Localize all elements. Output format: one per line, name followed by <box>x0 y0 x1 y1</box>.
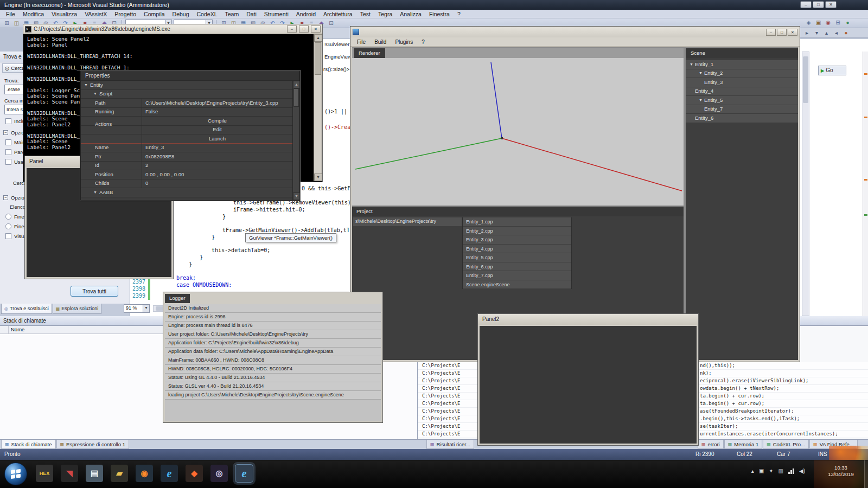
property-row[interactable]: ▼ Running False <box>81 108 292 117</box>
scene-tree-row[interactable]: ▼ Entity_7 <box>686 105 798 114</box>
menu-item[interactable]: Plugins <box>391 39 417 45</box>
toolbar-icon[interactable]: ⊞ <box>3 20 11 27</box>
taskbar-app-icon[interactable]: e <box>235 465 253 482</box>
menu-item[interactable]: Android <box>292 11 320 17</box>
project-file-row[interactable]: Entity_5.cpp <box>463 253 571 262</box>
tab-renderer[interactable]: Renderer <box>354 48 385 58</box>
properties-scrollbar[interactable]: ▲ ▼ <box>292 81 299 200</box>
toolbar-icon[interactable]: ⊞ <box>834 19 842 27</box>
marker-tick[interactable] <box>864 73 867 75</box>
project-file-row[interactable]: Entity_1.cpp <box>463 217 571 227</box>
bottom-tab[interactable]: ▦CodeXL Pro... <box>763 440 809 449</box>
tab-solution-explorer[interactable]: ▦Esplora soluzioni <box>53 304 102 314</box>
project-file-row[interactable]: Entity_3.cpp <box>463 235 571 245</box>
editor-zoom-dropdown[interactable]: 91 %▼ <box>124 304 150 313</box>
name-column-header[interactable]: Nome <box>9 326 24 333</box>
property-row[interactable]: ▼ AABB <box>81 188 292 197</box>
project-file-row[interactable]: Entity_4.cpp <box>463 245 571 254</box>
toolbar-icon[interactable]: ▴ <box>822 29 831 37</box>
menu-item[interactable]: Dati <box>242 11 260 17</box>
tab-find-replace[interactable]: ◎Trova e sostituisci <box>1 304 52 314</box>
menu-item[interactable]: Debug <box>169 11 193 17</box>
menu-item[interactable]: Team <box>221 11 242 17</box>
close-button[interactable]: ✕ <box>825 1 837 8</box>
tray-app-icon[interactable]: ▣ <box>759 468 764 474</box>
expander-icon[interactable]: ▼ <box>93 89 97 98</box>
toolbar-icon[interactable]: ▾ <box>813 29 821 37</box>
renderer-viewport[interactable] <box>352 58 684 206</box>
scene-tree-row[interactable]: ▼ Entity_6 <box>686 114 798 123</box>
project-panel-header[interactable]: Project <box>352 207 684 216</box>
menu-item[interactable]: Modifica <box>19 11 48 17</box>
chevron-down-icon[interactable]: ▼ <box>143 305 149 312</box>
minimize-button[interactable]: – <box>800 1 812 8</box>
taskbar-app-icon[interactable]: ◥ <box>61 465 78 482</box>
scroll-up-icon[interactable]: ▲ <box>314 34 322 42</box>
checkbox-icon[interactable] <box>5 118 11 124</box>
marker-tick[interactable] <box>864 214 867 216</box>
menu-item[interactable]: Analizza <box>396 11 425 17</box>
property-row[interactable]: ▼ Name Entity_3 <box>81 144 292 153</box>
expander-icon[interactable]: ▼ <box>699 69 704 78</box>
scroll-up-icon[interactable]: ▲ <box>293 81 300 88</box>
toolbar-icon[interactable]: ▸ <box>803 29 811 37</box>
toolbar-icon[interactable]: ⊡ <box>327 20 335 27</box>
menu-item[interactable]: File <box>2 11 19 17</box>
menu-item[interactable]: Finestra <box>425 11 454 17</box>
scroll-down-icon[interactable]: ▼ <box>293 192 300 200</box>
scroll-down-icon[interactable]: ▼ <box>314 174 322 181</box>
property-row[interactable]: ▼ Id 2 <box>81 162 292 171</box>
taskbar-app-icon[interactable]: ▤ <box>86 465 103 482</box>
menu-item[interactable]: VAssistX <box>81 11 111 17</box>
marker-tick[interactable] <box>864 179 867 181</box>
expander-icon[interactable]: ▼ <box>93 188 97 197</box>
expander-icon[interactable]: ▼ <box>690 60 695 69</box>
toolbar-icon[interactable]: ◉ <box>824 19 832 27</box>
taskbar-app-icon[interactable]: ◉ <box>136 465 153 482</box>
menu-item[interactable]: Build <box>370 39 391 45</box>
start-button[interactable] <box>4 463 27 485</box>
toolbar-icon[interactable]: ● <box>842 29 850 37</box>
project-file-row[interactable]: Scene.engineScene <box>463 280 571 290</box>
engine-title-bar[interactable]: – □ ✕ <box>350 27 800 37</box>
console-title-bar[interactable]: >_ C:\Projects\Engine\build\win32\x86\de… <box>23 24 322 34</box>
maximize-button[interactable]: □ <box>813 1 824 8</box>
panel2-title-bar[interactable]: Panel2 <box>478 314 698 325</box>
logger-tab[interactable]: Logger <box>165 294 190 303</box>
close-button[interactable]: ✕ <box>788 29 797 36</box>
expander-icon[interactable]: ▼ <box>699 96 704 105</box>
property-row[interactable]: ▼ Childs 0 <box>81 179 292 189</box>
minimize-button[interactable]: – <box>287 25 297 33</box>
toolbar-icon[interactable]: ◂ <box>832 29 840 37</box>
menu-item[interactable]: Tegra <box>374 11 396 17</box>
checkbox-icon[interactable] <box>5 233 11 239</box>
checkbox-icon[interactable] <box>5 139 11 145</box>
scrollbar-thumb[interactable] <box>293 88 299 107</box>
menu-item[interactable]: ? <box>454 11 464 17</box>
properties-title[interactable]: Properties <box>81 71 299 81</box>
marker-tick[interactable] <box>864 117 867 118</box>
tray-update-icon[interactable]: ✦ <box>769 468 773 474</box>
property-row[interactable]: ▼ Ptr 0x082098E8 <box>81 152 292 162</box>
project-file-row[interactable]: Entity_6.cpp <box>463 262 571 272</box>
bottom-tab[interactable]: ▦Espressione di controllo 1 <box>56 440 129 449</box>
property-row[interactable]: ▼ Launch <box>81 134 292 144</box>
scene-panel-header[interactable]: Scene <box>686 48 798 58</box>
menu-item[interactable]: Visualizza <box>48 11 81 17</box>
collapse-icon[interactable]: − <box>3 130 8 135</box>
toolbar-icon[interactable]: ● <box>844 19 852 27</box>
taskbar-app-icon[interactable]: e <box>161 465 178 482</box>
menu-item[interactable]: Architettura <box>320 11 356 17</box>
tab-search-results[interactable]: ▦Risultati ricer... <box>426 440 474 449</box>
checkbox-icon[interactable] <box>5 149 11 155</box>
bottom-tab[interactable]: ▦errori <box>698 440 724 449</box>
bottom-tab[interactable]: ▦Stack di chiamate <box>1 440 56 449</box>
property-row[interactable]: ▼ Path C:\Users\Michele\Desktop\EnginePr… <box>81 99 292 108</box>
menu-item[interactable]: Test <box>356 11 374 17</box>
scene-tree-row[interactable]: ▼ Entity_1 <box>686 60 798 69</box>
collapse-icon[interactable]: − <box>3 195 8 200</box>
toolbar-icon[interactable]: ◫ <box>12 20 21 27</box>
taskbar-app-icon[interactable]: ◆ <box>186 465 203 482</box>
scene-tree-row[interactable]: ▼ Entity_4 <box>686 87 798 97</box>
menu-item[interactable]: File <box>353 39 370 45</box>
